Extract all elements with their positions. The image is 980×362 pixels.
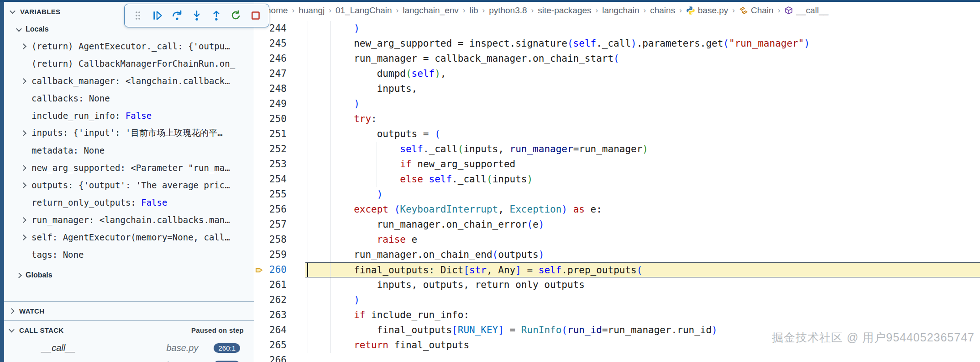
variable-row[interactable]: metadata: None xyxy=(4,142,254,159)
line-content[interactable]: if include_run_info: xyxy=(305,308,980,323)
chevron-right-icon[interactable] xyxy=(21,131,30,135)
code-line[interactable]: 254 else self._call(inputs) xyxy=(254,172,980,187)
breadcrumb-item[interactable]: site-packages xyxy=(538,5,591,16)
line-content[interactable]: raise e xyxy=(305,232,980,247)
glyph-margin[interactable] xyxy=(254,81,264,96)
breadcrumb-item[interactable]: langchain_env xyxy=(403,5,459,16)
line-number[interactable]: 260 xyxy=(264,262,287,277)
glyph-margin[interactable] xyxy=(254,277,264,293)
glyph-margin[interactable] xyxy=(254,308,264,323)
glyph-margin[interactable] xyxy=(254,217,264,232)
line-number[interactable]: 258 xyxy=(264,232,287,247)
variable-row[interactable]: (return) CallbackManagerForChainRun.on_ xyxy=(4,55,254,72)
code-line[interactable]: 256 except (KeyboardInterrupt, Exception… xyxy=(254,202,980,217)
step-over-button[interactable] xyxy=(169,7,185,24)
line-number[interactable]: 252 xyxy=(264,142,287,157)
line-number[interactable]: 245 xyxy=(264,36,287,51)
glyph-margin[interactable] xyxy=(254,187,264,202)
scope-globals[interactable]: Globals xyxy=(4,267,254,283)
chevron-right-icon[interactable] xyxy=(21,218,30,222)
chevron-right-icon[interactable] xyxy=(21,44,30,48)
code-line[interactable]: 258 raise e xyxy=(254,232,980,247)
glyph-margin[interactable] xyxy=(254,323,264,338)
line-content[interactable]: outputs = ( xyxy=(305,127,980,142)
glyph-margin[interactable] xyxy=(254,232,264,247)
line-content[interactable] xyxy=(305,353,980,362)
code-line[interactable]: 251 outputs = ( xyxy=(254,127,980,142)
line-number[interactable]: 246 xyxy=(264,51,287,66)
line-content[interactable]: dumpd(self), xyxy=(305,66,980,81)
variable-row[interactable]: include_run_info: False xyxy=(4,107,254,124)
stop-button[interactable] xyxy=(247,7,263,24)
line-content[interactable]: ) xyxy=(305,21,980,36)
breadcrumb-item[interactable]: langchain xyxy=(602,5,639,16)
step-into-button[interactable] xyxy=(189,7,205,24)
code-line[interactable]: 247 dumpd(self), xyxy=(254,66,980,81)
variable-row[interactable]: tags: None xyxy=(4,246,254,263)
toolbar-drag-handle[interactable] xyxy=(130,7,146,24)
line-number[interactable]: 256 xyxy=(264,202,287,217)
line-content[interactable]: inputs, outputs, return_only_outputs xyxy=(305,277,980,293)
line-number[interactable]: 247 xyxy=(264,66,287,81)
code-line[interactable]: 259 run_manager.on_chain_end(outputs) xyxy=(254,247,980,262)
variable-row[interactable]: self: AgentExecutor(memory=None, call… xyxy=(4,229,254,246)
continue-button[interactable] xyxy=(150,7,166,24)
code-area[interactable]: 244 )245 new_arg_supported = inspect.sig… xyxy=(254,21,980,362)
code-line[interactable]: 262 ) xyxy=(254,293,980,308)
line-number[interactable]: 263 xyxy=(264,308,287,323)
variable-row[interactable]: run_manager: <langchain.callbacks.man… xyxy=(4,211,254,229)
line-content[interactable]: final_outputs: Dict[str, Any] = self.pre… xyxy=(305,262,980,277)
restart-button[interactable] xyxy=(228,7,244,24)
code-line[interactable]: 246 run_manager = callback_manager.on_ch… xyxy=(254,51,980,66)
line-number[interactable]: 261 xyxy=(264,277,287,293)
code-line[interactable]: 255 ) xyxy=(254,187,980,202)
line-number[interactable]: 259 xyxy=(264,247,287,262)
stack-frame[interactable]: __call__base.py260:1 xyxy=(4,339,254,357)
line-content[interactable]: except (KeyboardInterrupt, Exception) as… xyxy=(305,202,980,217)
variable-row[interactable]: new_arg_supported: <Parameter "run_ma… xyxy=(4,159,254,176)
line-number[interactable]: 250 xyxy=(264,112,287,127)
line-number[interactable]: 265 xyxy=(264,338,287,353)
code-line[interactable]: 266 xyxy=(254,353,980,362)
chevron-right-icon[interactable] xyxy=(21,79,30,83)
step-out-button[interactable] xyxy=(208,7,224,24)
variable-row[interactable]: return_only_outputs: False xyxy=(4,194,254,211)
line-content[interactable]: run_manager = callback_manager.on_chain_… xyxy=(305,51,980,66)
chevron-right-icon[interactable] xyxy=(21,183,30,187)
code-line[interactable]: 257 run_manager.on_chain_error(e) xyxy=(254,217,980,232)
code-line[interactable]: 261 inputs, outputs, return_only_outputs xyxy=(254,277,980,293)
line-content[interactable]: inputs, xyxy=(305,81,980,96)
glyph-margin[interactable] xyxy=(254,96,264,112)
glyph-margin[interactable] xyxy=(254,157,264,172)
code-line[interactable]: 252 self._call(inputs, run_manager=run_m… xyxy=(254,142,980,157)
code-line[interactable]: 244 ) xyxy=(254,21,980,36)
breadcrumb-item[interactable]: chains xyxy=(650,5,675,16)
line-content[interactable]: ) xyxy=(305,293,980,308)
code-line-current[interactable]: 260 final_outputs: Dict[str, Any] = self… xyxy=(254,262,980,277)
line-content[interactable]: ) xyxy=(305,187,980,202)
code-line[interactable]: 263 if include_run_info: xyxy=(254,308,980,323)
line-number[interactable]: 264 xyxy=(264,323,287,338)
watch-section-header[interactable]: WATCH xyxy=(4,302,254,320)
line-number[interactable]: 253 xyxy=(264,157,287,172)
code-line[interactable]: 249 ) xyxy=(254,96,980,112)
line-number[interactable]: 255 xyxy=(264,187,287,202)
line-content[interactable]: else self._call(inputs) xyxy=(305,172,980,187)
breadcrumb-item[interactable]: 01_LangChain xyxy=(335,5,392,16)
line-number[interactable]: 266 xyxy=(264,353,287,362)
line-content[interactable]: ) xyxy=(305,96,980,112)
callstack-section-header[interactable]: CALL STACK Paused on step xyxy=(4,321,254,339)
breadcrumb-item[interactable]: base.py xyxy=(686,5,728,16)
breadcrumb-item[interactable]: home xyxy=(266,5,288,16)
glyph-margin[interactable] xyxy=(254,51,264,66)
breadcrumb-item[interactable]: Chain xyxy=(739,5,774,16)
breadcrumb-item[interactable]: lib xyxy=(469,5,478,16)
variable-row[interactable]: callbacks: None xyxy=(4,90,254,107)
line-content[interactable]: run_manager.on_chain_end(outputs) xyxy=(305,247,980,262)
line-number[interactable]: 251 xyxy=(264,127,287,142)
line-number[interactable]: 248 xyxy=(264,81,287,96)
glyph-margin[interactable] xyxy=(254,353,264,362)
glyph-margin[interactable] xyxy=(254,338,264,353)
breadcrumb-item[interactable]: __call__ xyxy=(784,5,828,16)
stack-frame[interactable]: runbase.py451:1 xyxy=(4,357,254,362)
